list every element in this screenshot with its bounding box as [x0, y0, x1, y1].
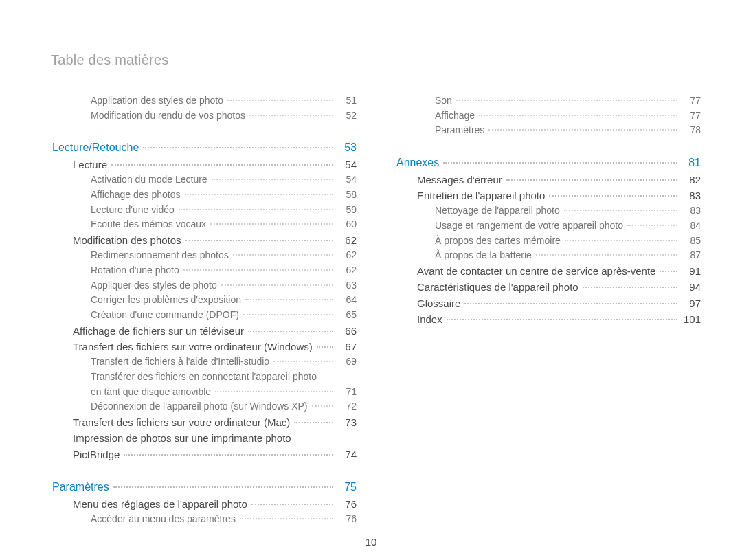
dot-leader	[186, 240, 333, 241]
toc-entry: Transfert des fichiers sur votre ordinat…	[52, 339, 357, 355]
toc-entry-page: 101	[682, 311, 701, 327]
toc-entry: Lecture/Retouche53	[52, 139, 357, 157]
toc-entry: Paramètres75	[52, 479, 357, 496]
toc-entry-page: 69	[337, 355, 357, 370]
toc-entry-page: 76	[337, 496, 357, 512]
toc-entry: Déconnexion de l'appareil photo (sur Win…	[52, 399, 357, 414]
toc-entry: À propos des cartes mémoire85	[396, 234, 701, 249]
toc-entry: Impression de photos sur une imprimante …	[52, 430, 357, 446]
toc-entry: Transférer des fichiers en connectant l'…	[52, 370, 357, 385]
toc-entry-page: 78	[682, 123, 701, 138]
toc-column-right: Son77Affichage77Paramètres78Annexes81Mes…	[396, 93, 701, 527]
dot-leader	[249, 115, 333, 116]
toc-entry-label: Appliquer des styles de photo	[91, 278, 217, 293]
header-rule	[52, 74, 695, 74]
toc-entry-page: 83	[682, 188, 701, 203]
toc-entry: Paramètres78	[396, 123, 701, 138]
toc-entry-label: Paramètres	[52, 479, 109, 496]
dot-leader	[447, 319, 677, 320]
toc-entry-page: 97	[682, 295, 701, 311]
toc-entry-page: 62	[337, 248, 357, 263]
dot-leader	[233, 254, 333, 256]
toc-entry-label: Redimensionnement des photos	[91, 248, 229, 263]
dot-leader	[251, 504, 333, 505]
toc-entry: Rotation d'une photo62	[52, 263, 357, 278]
toc-spacer	[52, 123, 357, 139]
dot-leader	[215, 391, 333, 392]
toc-entry: en tant que disque amovible71	[52, 385, 357, 400]
toc-entry-label: Transfert des fichiers sur votre ordinat…	[73, 339, 313, 355]
toc-entry-label: en tant que disque amovible	[91, 385, 211, 400]
dot-leader	[124, 454, 333, 456]
toc-entry-label: Lecture	[73, 157, 107, 172]
toc-entry-page: 77	[682, 109, 701, 124]
toc-entry: PictBridge74	[52, 447, 357, 462]
toc-entry-page: 63	[337, 278, 357, 293]
toc-entry: Nettoyage de l'appareil photo83	[396, 203, 701, 219]
toc-entry-page: 52	[337, 109, 357, 124]
toc-entry-page: 65	[337, 308, 357, 323]
toc-entry-label: Corriger les problèmes d'exposition	[91, 293, 241, 308]
toc-entry: Accéder au menu des paramètres76	[52, 512, 357, 527]
toc-entry-label: Paramètres	[435, 123, 484, 138]
toc-entry-page: 54	[337, 157, 357, 172]
toc-entry-page: 66	[337, 323, 357, 339]
toc-entry: Lecture d'une vidéo59	[52, 203, 357, 218]
dot-leader	[479, 115, 677, 116]
toc-entry-page: 71	[337, 385, 357, 400]
toc-entry: Redimensionnement des photos62	[52, 248, 357, 263]
dot-leader	[549, 195, 677, 197]
toc-entry-page: 54	[337, 172, 357, 188]
toc-entry: Appliquer des styles de photo63	[52, 278, 357, 293]
dot-leader	[583, 287, 677, 288]
toc-entry-page: 62	[337, 232, 357, 248]
toc-entry: Création d'une commande (DPOF)65	[52, 308, 357, 323]
toc-entry-page: 51	[337, 93, 357, 109]
toc-entry-page: 60	[337, 217, 357, 232]
toc-entry-page: 73	[337, 414, 357, 430]
toc-entry-label: Rotation d'une photo	[91, 263, 179, 278]
toc-columns: Application des styles de photo51Modific…	[52, 93, 701, 527]
toc-entry-page: 82	[682, 172, 701, 188]
toc-entry-label: Affichage	[435, 109, 475, 124]
running-head: Table des matières	[51, 52, 701, 68]
dot-leader	[488, 129, 677, 131]
toc-entry-page: 59	[337, 203, 357, 218]
toc-entry: Activation du mode Lecture54	[52, 172, 357, 188]
page-number: 10	[0, 536, 742, 548]
toc-entry: Application des styles de photo51	[52, 93, 357, 109]
dot-leader	[183, 269, 333, 271]
toc-entry-page: 74	[337, 447, 357, 462]
toc-entry: Menu des réglages de l'appareil photo76	[52, 496, 357, 512]
dot-leader	[111, 164, 333, 166]
toc-entry-label: Affichage des photos	[91, 188, 181, 203]
toc-entry-page: 77	[682, 93, 701, 109]
toc-entry-page: 81	[682, 155, 701, 172]
toc-entry: Annexes81	[396, 155, 701, 172]
toc-entry-page: 85	[682, 234, 701, 249]
toc-entry-label: Nettoyage de l'appareil photo	[435, 203, 560, 219]
toc-entry-label: Création d'une commande (DPOF)	[91, 308, 239, 323]
dot-leader	[464, 303, 677, 304]
dot-leader	[536, 254, 677, 256]
dot-leader	[221, 284, 333, 286]
toc-entry-page: 58	[337, 188, 357, 203]
toc-entry-label: À propos des cartes mémoire	[435, 234, 561, 249]
toc-entry-label: Lecture/Retouche	[52, 139, 139, 157]
toc-entry-label: Son	[435, 93, 452, 109]
dot-leader	[179, 209, 333, 210]
toc-entry: Son77	[396, 93, 701, 109]
toc-entry: Transfert de fichiers à l'aide d'Intelli…	[52, 355, 357, 370]
toc-entry-label: Index	[417, 311, 442, 327]
toc-entry-label: Avant de contacter un centre de service …	[417, 263, 655, 279]
dot-leader	[627, 225, 677, 226]
toc-entry: Transfert des fichiers sur votre ordinat…	[52, 414, 357, 430]
toc-entry: Glossaire97	[396, 295, 701, 311]
dot-leader	[245, 299, 333, 300]
dot-leader	[317, 346, 333, 348]
toc-entry-label: Ecoute des mémos vocaux	[91, 217, 206, 232]
toc-entry-page: 75	[337, 479, 357, 496]
toc-spacer	[396, 138, 701, 155]
dot-leader	[143, 147, 333, 148]
dot-leader	[506, 179, 677, 181]
